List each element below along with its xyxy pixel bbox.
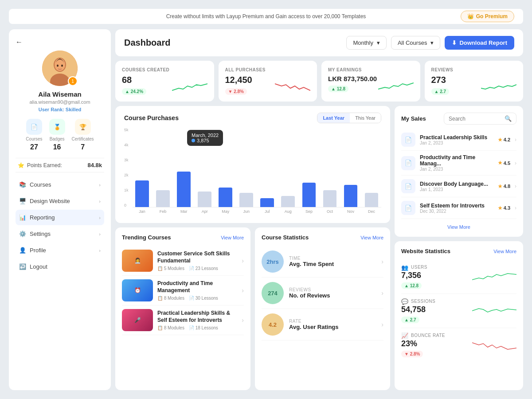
- metric-badge-purchases: ▼ 2.8%: [225, 88, 247, 95]
- search-box: 🔍: [444, 113, 516, 125]
- sales-view-more[interactable]: View More: [447, 224, 470, 230]
- course-arrow-2[interactable]: ›: [242, 287, 244, 294]
- time-circle: 2hrs: [262, 250, 284, 273]
- list-item: ⏰ Productivity and Time Management 📋 8 M…: [122, 276, 244, 305]
- download-icon: ⬇: [452, 39, 457, 46]
- metric-label-earnings: MY EARNINGS: [328, 67, 414, 72]
- monthly-filter[interactable]: Monthly ▾: [346, 36, 387, 50]
- svg-point-5: [61, 65, 63, 67]
- metric-label-purchases: ALL PURCHASES: [225, 67, 311, 72]
- user-stats-row: 📄 Courses 27 🏅 Badges 16 🏆 Certificates …: [16, 119, 104, 151]
- ratings-info: RATE Avg. User Ratings: [289, 319, 376, 330]
- course-name-1: Customer Service Soft Skills Fundamental: [157, 250, 237, 264]
- search-icon: 🔍: [505, 115, 512, 122]
- ratings-circle: 4.2: [262, 313, 284, 336]
- course-name-3: Practical Leadership Skills & Self Estee…: [157, 310, 237, 324]
- bounce-badge: ▼ 2.8%: [401, 351, 423, 357]
- sessions-icon: 💬: [401, 298, 408, 305]
- left-panels: Course Purchases Last Year This Year 5k …: [115, 106, 390, 390]
- stat-courses: 📄 Courses 27: [26, 119, 42, 151]
- list-item: 🎤 Practical Leadership Skills & Self Est…: [122, 305, 244, 335]
- search-input[interactable]: [449, 116, 502, 122]
- toggle-this-year[interactable]: This Year: [350, 113, 381, 123]
- sale-rating-1: ★ 4.2: [498, 137, 510, 143]
- header-controls: Monthly ▾ All Courses ▾ ⬇ Download Repor…: [346, 36, 514, 50]
- sparkline-earnings: [378, 79, 414, 95]
- course-info-2: Productivity and Time Management 📋 8 Mod…: [157, 280, 237, 301]
- go-premium-button[interactable]: 👑 Go Premium: [461, 11, 514, 22]
- promo-message: Create without limits with Layup Premium…: [166, 13, 366, 20]
- sidebar-item-design-website[interactable]: 🖥️Design Website ›: [16, 193, 104, 209]
- sidebar-item-courses[interactable]: 📚Courses ›: [16, 177, 104, 192]
- web-stat-bounce: 📈 Bounce Rate 23% ▼ 2.8%: [401, 328, 516, 362]
- sale-icon-1: 📄: [401, 133, 415, 147]
- sale-item-2: 📄 Productivity and Time Manag... Jan 2, …: [401, 151, 516, 176]
- sale-chevron-1[interactable]: ›: [515, 137, 516, 143]
- sessions-badge: ▲ 2.7: [401, 317, 419, 323]
- chart-title: Course Purchases: [124, 114, 179, 121]
- users-sparkline: [472, 270, 516, 283]
- points-value: 84.8k: [87, 162, 102, 168]
- course-info-3: Practical Leadership Skills & Self Estee…: [157, 310, 237, 330]
- points-row: ⭐ Points Earned: 84.8k: [16, 158, 104, 172]
- points-label: ⭐ Points Earned:: [18, 162, 62, 168]
- stat-time-arrow[interactable]: ›: [381, 258, 383, 265]
- stat-reviews-arrow[interactable]: ›: [381, 289, 383, 297]
- course-info-1: Customer Service Soft Skills Fundamental…: [157, 250, 237, 271]
- web-stat-sessions: 💬 SESSIONS 54,758 ▲ 2.7: [401, 294, 516, 328]
- dashboard-header: Dashboard Monthly ▾ All Courses ▾ ⬇ Down…: [115, 29, 523, 56]
- sale-icon-3: 📄: [401, 179, 415, 193]
- lessons-icon: 📄 23 Lessons: [189, 266, 218, 271]
- back-button[interactable]: ←: [16, 38, 23, 46]
- sale-chevron-2[interactable]: ›: [515, 160, 516, 166]
- metric-all-purchases: ALL PURCHASES 12,450 ▼ 2.8%: [219, 61, 317, 102]
- stats-view-more[interactable]: View More: [360, 235, 383, 240]
- sale-item-1: 📄 Practical Leadership Skills Jan 2, 202…: [401, 129, 516, 151]
- stat-ratings-arrow[interactable]: ›: [381, 321, 383, 328]
- trending-view-more[interactable]: View More: [221, 235, 244, 240]
- sidebar-item-reporting[interactable]: 📊Reporting ›: [16, 210, 104, 225]
- course-meta-2: 📋 8 Modules 📄 30 Lessons: [157, 296, 237, 301]
- trending-title: Trending Courses: [122, 234, 171, 241]
- courses-filter[interactable]: All Courses ▾: [391, 36, 440, 50]
- sale-rating-4: ★ 4.3: [498, 205, 510, 211]
- bar-chart: 5k 4k 3k 2k 1k 0 M: [124, 128, 381, 216]
- sidebar-item-logout[interactable]: ↩️Logout: [16, 259, 104, 274]
- chart-toggle: Last Year This Year: [317, 113, 381, 123]
- reviews-info: REVIEWS No. of Reviews: [289, 287, 376, 299]
- chart-tooltip: March, 2022 3,875: [187, 130, 223, 146]
- web-stats-title: Website Statistics: [401, 248, 450, 254]
- metric-label-reviews: REVIEWS: [431, 67, 517, 72]
- two-col: Trending Courses View More 👩‍💼 Customer …: [115, 227, 390, 390]
- web-stats-card: Website Statistics View More 👥 USERS: [395, 241, 523, 390]
- courses-icon: 📄: [26, 119, 42, 135]
- users-icon: 👥: [401, 264, 408, 271]
- course-meta-1: 📋 5 Modules 📄 23 Lessons: [157, 266, 237, 271]
- course-arrow-3[interactable]: ›: [242, 317, 244, 324]
- sessions-sparkline: [472, 304, 516, 317]
- web-stats-view-more[interactable]: View More: [493, 249, 516, 254]
- stat-ratings: 4.2 RATE Avg. User Ratings ›: [262, 309, 383, 340]
- toggle-last-year[interactable]: Last Year: [317, 113, 350, 123]
- avatar-wrapper: 1: [42, 51, 78, 86]
- course-arrow-1[interactable]: ›: [242, 257, 244, 264]
- course-meta-3: 📋 8 Modules 📄 18 Lessons: [157, 325, 237, 330]
- user-email: alia.wiseman90@gmail.com: [29, 99, 90, 105]
- bounce-icon: 📈: [401, 332, 408, 339]
- sale-icon-4: 📄: [401, 201, 415, 215]
- metric-reviews: REVIEWS 273 ▲ 2.7: [425, 61, 524, 102]
- crown-icon: 👑: [467, 13, 474, 20]
- sidebar-item-profile[interactable]: 👤Profile ›: [16, 243, 104, 258]
- download-report-button[interactable]: ⬇ Download Report: [445, 36, 514, 50]
- bottom-panels: Course Purchases Last Year This Year 5k …: [115, 106, 523, 390]
- stat-badges: 🏅 Badges 16: [49, 119, 65, 151]
- chart-card: Course Purchases Last Year This Year 5k …: [115, 106, 390, 223]
- stat-time-spent: 2hrs TIME Avg. Time Spent ›: [262, 246, 383, 278]
- time-info: TIME Avg. Time Spent: [289, 256, 376, 267]
- user-rank: User Rank: Skilled: [39, 107, 82, 112]
- sidebar-item-settings[interactable]: ⚙️Settings ›: [16, 226, 104, 242]
- top-bar: Create without limits with Layup Premium…: [9, 9, 523, 24]
- metric-badge-courses: ▲ 24.2%: [122, 88, 146, 95]
- sale-chevron-4[interactable]: ›: [515, 205, 516, 211]
- sale-chevron-3[interactable]: ›: [515, 183, 516, 189]
